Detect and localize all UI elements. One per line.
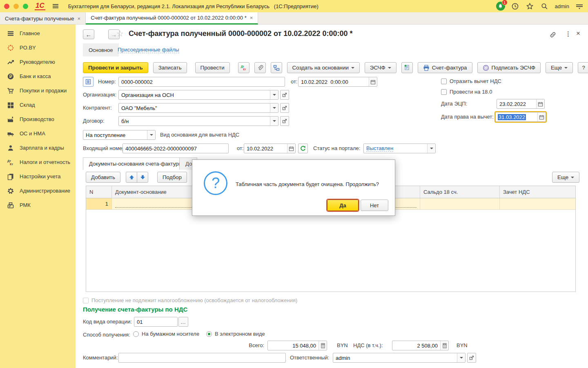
organization-field[interactable]: [118, 90, 278, 100]
structure-button[interactable]: [271, 62, 282, 73]
sidebar-item-poby[interactable]: PO.BY: [0, 40, 76, 55]
reflect-vat-deduction-checkbox[interactable]: Отразить вычет НДС: [441, 78, 501, 84]
calendar-icon[interactable]: [369, 77, 377, 86]
sidebar-item-administrirovanie[interactable]: Администрирование: [0, 184, 76, 198]
calendar-icon[interactable]: [287, 144, 295, 153]
post-on-18-checkbox[interactable]: Провести на 18.0: [441, 89, 492, 95]
dialog-yes-button[interactable]: Да: [327, 200, 359, 211]
number-input[interactable]: [119, 77, 285, 86]
table-more-button[interactable]: Еще: [552, 172, 579, 183]
service-menu-icon[interactable]: [575, 2, 584, 11]
post-and-close-button[interactable]: Провести и закрыть: [83, 62, 148, 73]
checkbox-box[interactable]: [441, 89, 447, 95]
deduction-right-date-value[interactable]: 31.03.2022: [498, 114, 526, 120]
organization-open-button[interactable]: [280, 90, 289, 100]
sidebar-item-pokupki-prodazhi[interactable]: Покупки и продажи: [0, 83, 76, 98]
calculator-icon[interactable]: [440, 341, 448, 350]
tab-close-icon[interactable]: ×: [78, 16, 81, 22]
pick-button[interactable]: Подбор: [157, 172, 187, 183]
contragent-input[interactable]: [119, 103, 270, 112]
ecp-date-field[interactable]: [497, 99, 545, 109]
sidebar-item-sklad[interactable]: Склад: [0, 98, 76, 112]
move-down-button[interactable]: [137, 172, 148, 183]
basis-kind-input[interactable]: [83, 130, 147, 139]
add-row-button[interactable]: Добавить: [86, 172, 120, 183]
incoming-date-input[interactable]: [244, 144, 287, 153]
more-menu-icon[interactable]: ⋮: [565, 30, 571, 38]
column-header-saldo[interactable]: Сальдо 18 сч.: [420, 186, 500, 198]
incoming-date-field[interactable]: [244, 144, 296, 153]
tab-close-icon[interactable]: ×: [250, 15, 253, 21]
move-up-button[interactable]: [126, 172, 137, 183]
attach-button[interactable]: [254, 62, 266, 73]
comment-field[interactable]: [118, 353, 286, 363]
date-input[interactable]: [298, 77, 369, 86]
tab-invoices-list[interactable]: Счета-фактуры полученные ×: [0, 12, 86, 25]
operation-code-field[interactable]: [134, 317, 178, 327]
vat-amount-field[interactable]: [392, 341, 449, 350]
tax-free-checkbox[interactable]: Поступление не подлежит налогообложению …: [83, 297, 297, 303]
portal-status-field[interactable]: Выставлен: [363, 144, 436, 153]
subtab-attached-files[interactable]: Присоединенные файлы: [118, 47, 179, 53]
saldo-cell[interactable]: [420, 198, 500, 209]
write-button[interactable]: Записать: [153, 62, 187, 73]
date-field[interactable]: [298, 77, 377, 87]
column-header-n[interactable]: N: [86, 186, 112, 198]
close-form-icon[interactable]: ×: [576, 29, 580, 38]
chevron-down-icon[interactable]: [427, 144, 435, 153]
main-menu-icon[interactable]: [51, 2, 60, 11]
checkbox-box[interactable]: [83, 298, 89, 303]
vat-offset-cell[interactable]: [500, 198, 575, 209]
chevron-down-icon[interactable]: [270, 103, 278, 112]
calculator-icon[interactable]: [318, 341, 327, 350]
contragent-field[interactable]: [118, 103, 278, 113]
portal-status-value[interactable]: Выставлен: [366, 145, 393, 152]
sign-eschf-button[interactable]: Подписать ЭСЧФ: [477, 62, 541, 73]
sidebar-item-os-nma[interactable]: ОС и НМА: [0, 126, 76, 141]
window-close-light[interactable]: [4, 4, 9, 9]
sidebar-item-glavnoe[interactable]: Главное: [0, 26, 76, 40]
contract-field[interactable]: [118, 116, 278, 126]
more-button[interactable]: Еще: [546, 62, 573, 73]
subtab-main[interactable]: Основное: [83, 43, 119, 56]
deduction-right-date-field[interactable]: 31.03.2022: [495, 112, 546, 122]
total-input[interactable]: [268, 341, 318, 350]
refresh-status-button[interactable]: [298, 144, 308, 153]
row-number-cell[interactable]: 1: [86, 198, 112, 209]
chevron-down-icon[interactable]: [457, 353, 465, 362]
basis-kind-select[interactable]: [83, 130, 156, 140]
window-minimize-light[interactable]: [13, 4, 19, 9]
responsible-open-button[interactable]: [467, 353, 476, 363]
operation-code-choose-button[interactable]: …: [178, 317, 188, 327]
chevron-down-icon[interactable]: [270, 117, 278, 126]
responsible-field[interactable]: [333, 353, 466, 363]
help-button[interactable]: ?: [578, 62, 588, 73]
vat-amount-input[interactable]: [392, 341, 440, 350]
eschf-button[interactable]: ЭСЧФ: [365, 62, 396, 73]
operation-code-input[interactable]: [134, 317, 177, 326]
incoming-number-input[interactable]: [123, 144, 228, 153]
link-icon[interactable]: [549, 31, 557, 40]
calendar-icon[interactable]: [536, 99, 544, 108]
contract-open-button[interactable]: [280, 116, 289, 126]
sidebar-item-nastroyki-ucheta[interactable]: Настройки учета: [0, 169, 76, 184]
dtkt-postings-button[interactable]: ДтКт: [238, 62, 249, 73]
contract-input[interactable]: [119, 117, 270, 126]
sidebar-item-bank-kassa[interactable]: Банк и касса: [0, 69, 76, 83]
print-invoice-button[interactable]: Счет-фактура: [418, 62, 472, 73]
ecp-date-input[interactable]: [497, 99, 536, 108]
radio-circle[interactable]: [133, 331, 139, 337]
dialog-no-button[interactable]: Нет: [361, 200, 388, 211]
method-electronic-radio[interactable]: В электронном виде: [206, 331, 265, 337]
sidebar-item-proizvodstvo[interactable]: Производство: [0, 112, 76, 126]
history-icon[interactable]: [511, 2, 520, 11]
column-header-vat-offset[interactable]: Зачет НДС: [500, 186, 575, 198]
sidebar-item-rukovoditelyu[interactable]: Руководителю: [0, 55, 76, 69]
calendar-icon[interactable]: [537, 112, 546, 121]
notifications-icon[interactable]: 1: [496, 2, 505, 11]
sidebar-item-nalogi[interactable]: ДтКт Налоги и отчетность: [0, 155, 76, 169]
favorites-star-icon[interactable]: [526, 2, 535, 11]
window-zoom-light[interactable]: [23, 4, 28, 9]
back-button[interactable]: ←: [83, 29, 94, 39]
number-field[interactable]: [118, 77, 285, 87]
